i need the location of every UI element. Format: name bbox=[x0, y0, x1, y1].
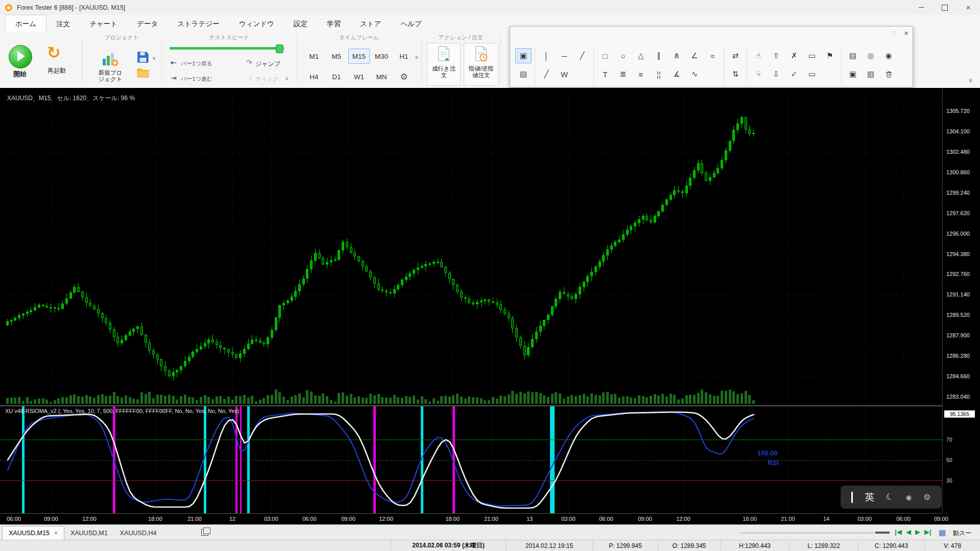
timeframe-more-button[interactable]: ∨ bbox=[415, 54, 418, 60]
tick-mode-icon[interactable]: ⋮ bbox=[247, 74, 254, 81]
panel-close-icon[interactable]: × bbox=[904, 29, 909, 37]
measure-forward-tool[interactable]: ⇄ bbox=[727, 48, 744, 63]
minimize-button[interactable] bbox=[910, 0, 933, 15]
ellipse-tool[interactable]: ○ bbox=[615, 48, 631, 63]
menu-item-charts[interactable]: チャート bbox=[80, 15, 127, 32]
triangle-tool[interactable]: △ bbox=[633, 48, 649, 63]
delete-all-tool[interactable] bbox=[880, 66, 897, 82]
ime-pad-icon[interactable]: ◉ bbox=[905, 493, 912, 501]
price-label-right-mark[interactable]: ▭ bbox=[804, 48, 820, 63]
rectangle-tool[interactable]: □ bbox=[597, 48, 613, 63]
price-label-left-mark[interactable]: ▭ bbox=[804, 66, 820, 82]
market-order-button[interactable]: 成行き注 文 bbox=[427, 43, 461, 86]
tab-xauusd-m15[interactable]: XAUUSD,M15× bbox=[2, 526, 64, 540]
restart-icon[interactable]: ↻ bbox=[47, 44, 61, 61]
composite-symbol-tool[interactable]: ≣ bbox=[615, 66, 631, 82]
text-tool[interactable]: T bbox=[597, 66, 613, 82]
step-forward-label[interactable]: バー1つ進む bbox=[181, 75, 212, 83]
ribbon-collapse-button[interactable]: ∨ bbox=[968, 77, 973, 84]
trend-line-tool[interactable]: ╱ bbox=[574, 48, 590, 63]
menu-item-learning[interactable]: 学習 bbox=[317, 15, 350, 32]
moon-icon[interactable]: ☾ bbox=[885, 491, 895, 503]
timeframe-settings-button[interactable]: ⚙ bbox=[393, 69, 415, 84]
menu-item-home[interactable]: ホーム bbox=[5, 15, 46, 32]
go-first-bar-button[interactable]: |◀ bbox=[895, 528, 902, 536]
go-next-bar-button[interactable]: ▶ bbox=[915, 528, 920, 536]
tick-mode-label[interactable]: ティック bbox=[255, 75, 278, 83]
channel-tool[interactable]: ∥ bbox=[651, 48, 667, 63]
jump-icon[interactable]: ↷ bbox=[246, 58, 252, 66]
new-document[interactable]: ▤ bbox=[515, 66, 532, 82]
tab-close-icon[interactable]: × bbox=[54, 530, 58, 537]
menu-item-data[interactable]: データ bbox=[127, 15, 168, 32]
timeframe-button-h1[interactable]: H1 bbox=[393, 49, 415, 64]
thumb-up-mark[interactable]: ☝ bbox=[750, 48, 767, 63]
menu-item-help[interactable]: ヘルプ bbox=[391, 15, 431, 32]
new-project-label[interactable]: 新規プロ ジェクト bbox=[87, 70, 134, 83]
maximize-button[interactable] bbox=[933, 0, 957, 15]
step-forward-icon[interactable]: ⇥ bbox=[171, 74, 177, 82]
timeframe-button-m15[interactable]: M15 bbox=[348, 49, 370, 64]
pending-order-button[interactable]: 指値/逆指 値注文 bbox=[464, 43, 498, 86]
timeframe-button-m30[interactable]: M30 bbox=[371, 49, 392, 64]
panel-pin-icon[interactable]: ∷ bbox=[892, 30, 895, 36]
main-chart-canvas[interactable] bbox=[0, 90, 942, 405]
thumb-down-mark[interactable]: ☟ bbox=[750, 66, 767, 82]
step-back-label[interactable]: バー1つ戻る bbox=[181, 60, 212, 67]
pitchfork-tool[interactable]: ⋔ bbox=[668, 48, 685, 63]
ray-tool[interactable]: ╱ bbox=[538, 66, 555, 82]
paste-buy-tool[interactable]: ▣ bbox=[845, 66, 861, 82]
fib-fan-tool[interactable]: ∡ bbox=[668, 66, 685, 82]
test-speed-slider-handle[interactable] bbox=[276, 44, 283, 53]
crosshair-tool[interactable]: ◉ bbox=[880, 48, 897, 63]
arrow-up-mark[interactable]: ⇧ bbox=[768, 48, 784, 63]
cascade-windows[interactable]: ▣ bbox=[515, 48, 532, 63]
polyline-tool[interactable]: W bbox=[556, 66, 572, 82]
jump-label[interactable]: ジャンプ bbox=[255, 60, 280, 68]
menu-item-settings[interactable]: 設定 bbox=[284, 15, 317, 32]
timeframe-button-mn[interactable]: MN bbox=[371, 69, 392, 84]
menu-item-strategies[interactable]: ストラテジー bbox=[168, 15, 229, 32]
paste-sell-tool[interactable]: ▥ bbox=[863, 66, 879, 82]
save-dropdown-caret[interactable]: ∨ bbox=[152, 55, 156, 61]
arrow-down-mark[interactable]: ⇩ bbox=[768, 66, 784, 82]
menu-item-window[interactable]: ウィンドウ bbox=[229, 15, 284, 32]
start-test-button[interactable] bbox=[9, 45, 32, 68]
timeframe-button-w1[interactable]: W1 bbox=[348, 69, 370, 84]
flag-mark[interactable]: ⚑ bbox=[822, 48, 838, 63]
menu-item-orders[interactable]: 注文 bbox=[46, 15, 80, 32]
go-last-bar-button[interactable]: ▶| bbox=[924, 528, 931, 536]
timeframe-button-d1[interactable]: D1 bbox=[326, 69, 347, 84]
tick-mode-caret[interactable]: ∨ bbox=[285, 76, 289, 81]
fib-time-zones-tool[interactable]: ¦¦ bbox=[651, 66, 667, 82]
tab-xauusd-h4[interactable]: XAUUSD,H4 bbox=[114, 526, 163, 540]
timeframe-button-m5[interactable]: M5 bbox=[326, 49, 347, 64]
close-button[interactable]: × bbox=[957, 0, 980, 15]
tab-xauusd-m1[interactable]: XAUUSD,M1 bbox=[64, 526, 114, 540]
timeframe-button-h4[interactable]: H4 bbox=[303, 69, 325, 84]
menu-item-store[interactable]: ストア bbox=[350, 15, 391, 32]
gann-fan-tool[interactable]: ∠ bbox=[686, 48, 703, 63]
open-project-button[interactable] bbox=[137, 67, 149, 80]
measure-back-tool[interactable]: ⇅ bbox=[727, 66, 744, 82]
cross-mark[interactable]: ✗ bbox=[786, 48, 802, 63]
timeframe-button-m1[interactable]: M1 bbox=[303, 49, 325, 64]
note-tool[interactable]: ▤ bbox=[845, 48, 861, 63]
elliott-wave-tool[interactable]: ≈ bbox=[704, 48, 721, 63]
chart-mode-icon[interactable]: ▦ bbox=[939, 528, 946, 537]
target-tool[interactable]: ◎ bbox=[863, 48, 879, 63]
vertical-line-tool[interactable]: │ bbox=[538, 48, 555, 63]
horizontal-line-tool[interactable]: ─ bbox=[556, 48, 572, 63]
chart-scrollbar-track[interactable] bbox=[740, 532, 874, 534]
ime-language-label[interactable]: 英 bbox=[865, 491, 874, 504]
test-speed-slider[interactable] bbox=[170, 47, 285, 50]
ime-settings-gear-icon[interactable]: ⚙ bbox=[923, 492, 930, 502]
new-chart-window-icon[interactable] bbox=[201, 529, 208, 536]
fib-retracement-tool[interactable]: ≡ bbox=[633, 66, 649, 82]
auto-scroll-label[interactable]: 動スー bbox=[953, 529, 971, 538]
fib-expansion-tool[interactable]: ∿ bbox=[686, 66, 703, 82]
save-project-button[interactable] bbox=[137, 51, 149, 65]
check-mark[interactable]: ✓ bbox=[786, 66, 802, 82]
indicator-canvas[interactable] bbox=[0, 406, 942, 513]
new-project-icon[interactable] bbox=[101, 51, 118, 70]
